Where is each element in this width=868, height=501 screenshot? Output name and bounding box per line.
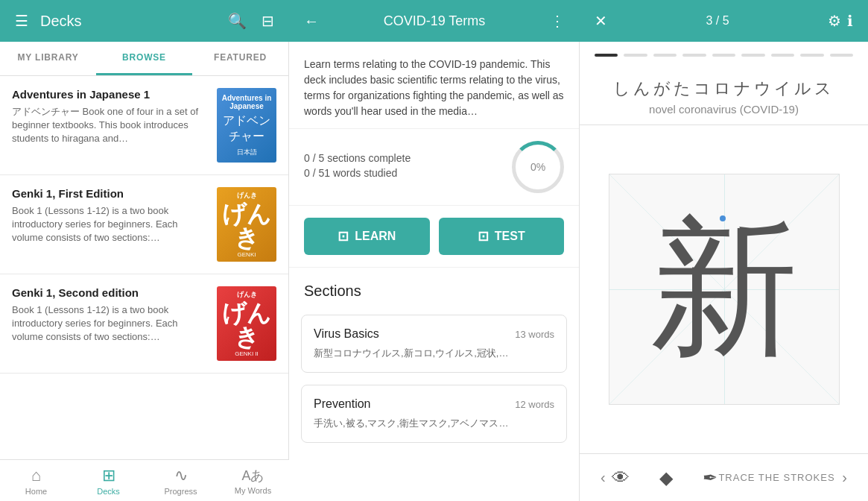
deck-thumb-1: Adventures in Japanese アドベンチャー 日本語 xyxy=(217,88,276,163)
section-words-prevention: 手洗い,被る,マスク,衛生マスク,アベノマス… xyxy=(314,417,554,430)
deck-desc-2: Book 1 (Lessons 1-12) is a two book intr… xyxy=(12,204,208,245)
section-card-virus[interactable]: Virus Basics 13 words 新型コロナウイルス,新コロ,ウイルス… xyxy=(301,315,567,373)
right-panel: しんがたコロナウイルス novel coronavirus (COVID-19)… xyxy=(580,42,868,501)
deck-desc-1: アドベンチャー Book one of four in a set of beg… xyxy=(12,105,208,146)
deck-list: Adventures in Japanese 1 アドベンチャー Book on… xyxy=(0,76,288,501)
stroke-bar-7 xyxy=(771,54,794,57)
close-icon[interactable]: ✕ xyxy=(592,9,610,33)
test-icon: ⊡ xyxy=(478,228,489,245)
stroke-bar-1 xyxy=(595,54,618,57)
deck-thumb-3: げんき げんき GENKI II xyxy=(217,286,276,361)
right-top-bar: ✕ 3 / 5 ⚙ ℹ xyxy=(580,0,868,42)
menu-icon[interactable]: ☰ xyxy=(12,9,31,33)
kanji-meaning: novel coronavirus (COVID-19) xyxy=(580,103,868,125)
tab-bar: MY LIBRARY BROWSE FEATURED xyxy=(0,42,288,76)
progress-text: 0 / 5 sections complete 0 / 51 words stu… xyxy=(304,152,500,182)
info-icon[interactable]: ℹ xyxy=(844,9,856,33)
middle-panel: Learn terms relating to the COVID-19 pan… xyxy=(289,42,580,501)
nav-decks-label: Decks xyxy=(97,487,120,496)
section-header-prev: Prevention 12 words xyxy=(314,397,554,411)
deck-info: Genki 1, First Edition Book 1 (Lessons 1… xyxy=(12,187,208,262)
bottom-icons: 👁 ◆ ✒ xyxy=(612,467,717,488)
eraser-icon[interactable]: ◆ xyxy=(659,467,673,488)
deck-desc-3: Book 1 (Lessons 1-12) is a two book intr… xyxy=(12,303,208,344)
trace-label: TRACE THE STROKES xyxy=(717,472,837,483)
left-top-bar: ☰ Decks 🔍 ⊟ xyxy=(0,0,289,42)
action-buttons: ⊡ LEARN ⊡ TEST xyxy=(289,206,579,268)
stroke-bar-5 xyxy=(712,54,735,57)
deck-title-3: Genki 1, Second edition xyxy=(12,286,208,299)
stroke-dot xyxy=(720,215,726,221)
home-icon: ⌂ xyxy=(31,466,41,485)
section-name-virus: Virus Basics xyxy=(314,327,379,341)
left-panel: MY LIBRARY BROWSE FEATURED Adventures in… xyxy=(0,42,289,501)
kanji-character: 新 xyxy=(650,215,799,364)
more-icon[interactable]: ⋮ xyxy=(547,9,568,33)
tab-my-library[interactable]: MY LIBRARY xyxy=(0,42,96,75)
next-arrow[interactable]: › xyxy=(836,463,853,492)
settings-icon[interactable]: ⚙ xyxy=(825,9,844,33)
deck-description: Learn terms relating to the COVID-19 pan… xyxy=(289,42,579,129)
bottom-nav: ⌂ Home ⊞ Decks ∿ Progress Aあ My Words xyxy=(0,459,289,501)
middle-top-bar: ← COVID-19 Terms ⋮ xyxy=(289,0,580,42)
filter-icon[interactable]: ⊟ xyxy=(259,9,277,33)
stroke-bar-8 xyxy=(800,54,823,57)
kanji-canvas[interactable]: 新 xyxy=(609,174,840,405)
deck-info: Adventures in Japanese 1 アドベンチャー Book on… xyxy=(12,88,208,163)
progress-section: 0 / 5 sections complete 0 / 51 words stu… xyxy=(289,129,579,206)
stroke-order-icon[interactable]: ✒ xyxy=(703,467,717,488)
deck-title-2: Genki 1, First Edition xyxy=(12,187,208,200)
stroke-bar-2 xyxy=(624,54,647,57)
search-icon[interactable]: 🔍 xyxy=(225,9,250,33)
tab-featured[interactable]: FEATURED xyxy=(192,42,288,75)
stroke-bar-3 xyxy=(653,54,677,57)
section-name-prevention: Prevention xyxy=(314,397,371,411)
prev-arrow[interactable]: ‹ xyxy=(595,463,612,492)
learn-button[interactable]: ⊡ LEARN xyxy=(304,218,430,255)
stroke-indicator xyxy=(580,42,868,69)
section-header: Virus Basics 13 words xyxy=(314,327,554,341)
kanji-display: 新 xyxy=(580,125,868,453)
nav-progress[interactable]: ∿ Progress xyxy=(145,460,217,501)
deck-item[interactable]: Genki 1, First Edition Book 1 (Lessons 1… xyxy=(0,175,288,274)
my-words-icon: Aあ xyxy=(241,467,264,485)
card-counter: 3 / 5 xyxy=(610,14,825,28)
main-panels: MY LIBRARY BROWSE FEATURED Adventures in… xyxy=(0,42,868,501)
learn-label: LEARN xyxy=(355,230,396,243)
tab-browse[interactable]: BROWSE xyxy=(96,42,192,75)
section-count-prevention: 12 words xyxy=(515,399,554,410)
deck-title-1: Adventures in Japanese 1 xyxy=(12,88,208,101)
progress-icon: ∿ xyxy=(174,466,188,485)
eye-icon[interactable]: 👁 xyxy=(612,467,630,488)
deck-item[interactable]: Adventures in Japanese 1 アドベンチャー Book on… xyxy=(0,76,288,175)
learn-icon: ⊡ xyxy=(338,228,349,245)
deck-title: COVID-19 Terms xyxy=(322,13,547,29)
section-words-virus: 新型コロナウイルス,新コロ,ウイルス,冠状,… xyxy=(314,347,554,360)
stroke-bar-6 xyxy=(741,54,764,57)
sections-complete: 0 / 5 sections complete xyxy=(304,152,500,164)
back-icon[interactable]: ← xyxy=(301,10,322,33)
nav-progress-label: Progress xyxy=(164,487,197,496)
decks-icon: ⊞ xyxy=(102,466,115,485)
section-card-prevention[interactable]: Prevention 12 words 手洗い,被る,マスク,衛生マスク,アベノ… xyxy=(301,385,567,443)
kanji-reading: しんがたコロナウイルス xyxy=(598,69,849,103)
right-bottom-controls: ‹ 👁 ◆ ✒ TRACE THE STROKES › xyxy=(580,453,868,501)
nav-home[interactable]: ⌂ Home xyxy=(0,460,72,501)
sections-header: Sections xyxy=(289,268,579,309)
section-count-virus: 13 words xyxy=(515,329,554,340)
deck-info: Genki 1, Second edition Book 1 (Lessons … xyxy=(12,286,208,361)
nav-home-label: Home xyxy=(25,487,47,496)
stroke-bar-4 xyxy=(682,54,706,57)
stroke-bar-9 xyxy=(830,54,853,57)
deck-thumb-2: げんき げんき GENKI xyxy=(217,187,276,262)
nav-decks[interactable]: ⊞ Decks xyxy=(72,460,145,501)
deck-item[interactable]: Genki 1, Second edition Book 1 (Lessons … xyxy=(0,274,288,374)
test-button[interactable]: ⊡ TEST xyxy=(439,218,565,255)
progress-percent: 0% xyxy=(530,161,545,173)
progress-circle: 0% xyxy=(512,141,564,193)
app-title: Decks xyxy=(40,13,216,30)
test-label: TEST xyxy=(495,230,525,243)
nav-my-words-label: My Words xyxy=(235,486,271,495)
nav-my-words[interactable]: Aあ My Words xyxy=(217,460,289,501)
words-studied: 0 / 51 words studied xyxy=(304,167,500,179)
